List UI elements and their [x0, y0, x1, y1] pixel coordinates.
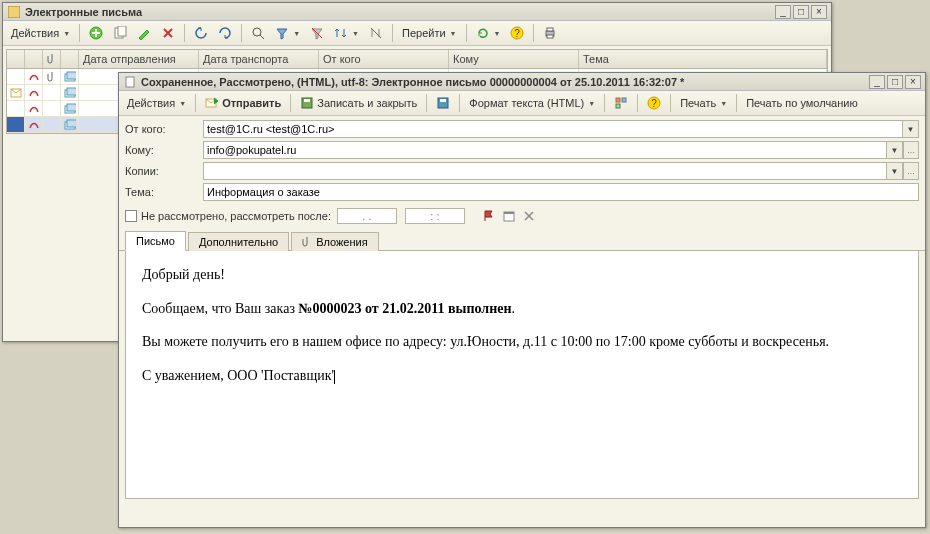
compose-titlebar: Сохраненное, Рассмотрено, (HTML), utf-8:…: [119, 73, 925, 91]
svg-rect-14: [67, 88, 76, 95]
format-menu[interactable]: Формат текста (HTML)▼: [465, 93, 599, 113]
maximize-button[interactable]: □: [793, 5, 809, 19]
body-p3: Вы можете получить его в нашем офисе по …: [142, 332, 902, 352]
actions-menu[interactable]: Действия▼: [123, 93, 190, 113]
edit-button[interactable]: [133, 23, 155, 43]
grid-header: Дата отправления Дата транспорта От кого…: [7, 50, 827, 69]
tab-body[interactable]: Письмо: [125, 231, 186, 251]
list-toolbar: Действия▼ ▼ ▼ Перейти▼ ▼ ?: [3, 21, 831, 46]
svg-rect-31: [504, 212, 514, 214]
svg-rect-8: [547, 28, 553, 31]
col-attach-icon[interactable]: [43, 50, 61, 68]
header-fields: От кого: test@1C.ru <test@1C.ru> ▼ Кому:…: [119, 116, 925, 206]
svg-rect-22: [304, 99, 310, 102]
col-subject[interactable]: Тема: [579, 50, 827, 68]
to-label: Кому:: [125, 144, 203, 156]
svg-rect-16: [67, 104, 76, 111]
filter-button[interactable]: ▼: [271, 23, 304, 43]
svg-text:?: ?: [651, 98, 657, 109]
compose-window: Сохраненное, Рассмотрено, (HTML), utf-8:…: [118, 72, 926, 528]
reload-button[interactable]: ▼: [472, 23, 505, 43]
print-default-button[interactable]: Печать по умолчанию: [742, 93, 862, 113]
help-button[interactable]: ?: [506, 23, 528, 43]
structure-button[interactable]: [610, 93, 632, 113]
sort-off-button[interactable]: [365, 23, 387, 43]
svg-rect-18: [67, 120, 76, 127]
col-transport-date[interactable]: Дата транспорта: [199, 50, 319, 68]
goto-menu[interactable]: Перейти▼: [398, 23, 461, 43]
cc-label: Копии:: [125, 165, 203, 177]
add-button[interactable]: [85, 23, 107, 43]
maximize-button[interactable]: □: [887, 75, 903, 89]
minimize-button[interactable]: _: [869, 75, 885, 89]
col-from[interactable]: От кого: [319, 50, 449, 68]
calendar-icon[interactable]: [501, 208, 517, 224]
text-cursor: [334, 370, 335, 384]
svg-rect-24: [440, 99, 446, 102]
minimize-button[interactable]: _: [775, 5, 791, 19]
svg-rect-3: [118, 26, 126, 36]
body-p2: Сообщаем, что Ваш заказ №0000023 от 21.0…: [142, 299, 902, 319]
clear-icon[interactable]: [521, 208, 537, 224]
doc-icon: [123, 75, 137, 89]
app-icon: [7, 5, 21, 19]
filter-off-button[interactable]: [306, 23, 328, 43]
from-field[interactable]: test@1C.ru <test@1C.ru>: [203, 120, 903, 138]
delete-mark-button[interactable]: [157, 23, 179, 43]
copy-button[interactable]: [109, 23, 131, 43]
not-reviewed-checkbox[interactable]: [125, 210, 137, 222]
svg-rect-25: [616, 98, 620, 102]
col-to[interactable]: Кому: [449, 50, 579, 68]
subject-label: Тема:: [125, 186, 203, 198]
body-p4: С уважением, ООО 'Поставщик': [142, 366, 902, 386]
find-button[interactable]: [247, 23, 269, 43]
to-select-button[interactable]: …: [903, 141, 919, 159]
svg-rect-19: [126, 77, 134, 87]
print-menu[interactable]: Печать▼: [676, 93, 731, 113]
from-dropdown-button[interactable]: ▼: [903, 120, 919, 138]
refresh-left-button[interactable]: [190, 23, 212, 43]
cc-select-button[interactable]: …: [903, 162, 919, 180]
tab-extra[interactable]: Дополнительно: [188, 232, 289, 251]
compose-window-title: Сохраненное, Рассмотрено, (HTML), utf-8:…: [141, 76, 869, 88]
print-button[interactable]: [539, 23, 561, 43]
review-row: Не рассмотрено, рассмотреть после: . . :…: [119, 206, 925, 228]
svg-text:?: ?: [515, 28, 521, 39]
svg-rect-27: [616, 104, 620, 108]
review-time-field[interactable]: : :: [405, 208, 465, 224]
flag-icon[interactable]: [481, 208, 497, 224]
cc-field[interactable]: [203, 162, 887, 180]
list-titlebar: Электронные письма _ □ ×: [3, 3, 831, 21]
message-body[interactable]: Добрый день! Сообщаем, что Ваш заказ №00…: [125, 251, 919, 499]
paperclip-icon: [302, 236, 312, 248]
close-button[interactable]: ×: [811, 5, 827, 19]
svg-point-4: [253, 28, 261, 36]
save-button[interactable]: [432, 93, 454, 113]
subject-field[interactable]: Информация о заказе: [203, 183, 919, 201]
review-label: Не рассмотрено, рассмотреть после:: [141, 210, 331, 222]
actions-menu[interactable]: Действия▼: [7, 23, 74, 43]
col-sent-date[interactable]: Дата отправления: [79, 50, 199, 68]
close-button[interactable]: ×: [905, 75, 921, 89]
from-label: От кого:: [125, 123, 203, 135]
refresh-right-button[interactable]: [214, 23, 236, 43]
compose-tabs: Письмо Дополнительно Вложения: [119, 230, 925, 251]
review-date-field[interactable]: . .: [337, 208, 397, 224]
svg-rect-9: [547, 35, 553, 38]
cc-dropdown-button[interactable]: ▼: [887, 162, 903, 180]
body-p1: Добрый день!: [142, 265, 902, 285]
tab-attachments[interactable]: Вложения: [291, 232, 379, 251]
to-dropdown-button[interactable]: ▼: [887, 141, 903, 159]
save-close-button[interactable]: Записать и закрыть: [296, 93, 421, 113]
to-field[interactable]: info@pokupatel.ru: [203, 141, 887, 159]
svg-rect-0: [8, 6, 20, 18]
list-window-title: Электронные письма: [25, 6, 775, 18]
compose-toolbar: Действия▼ Отправить Записать и закрыть Ф…: [119, 91, 925, 116]
help-button[interactable]: ?: [643, 93, 665, 113]
send-button[interactable]: Отправить: [201, 93, 285, 113]
sort-button[interactable]: ▼: [330, 23, 363, 43]
svg-rect-26: [622, 98, 626, 102]
svg-rect-11: [67, 72, 76, 79]
